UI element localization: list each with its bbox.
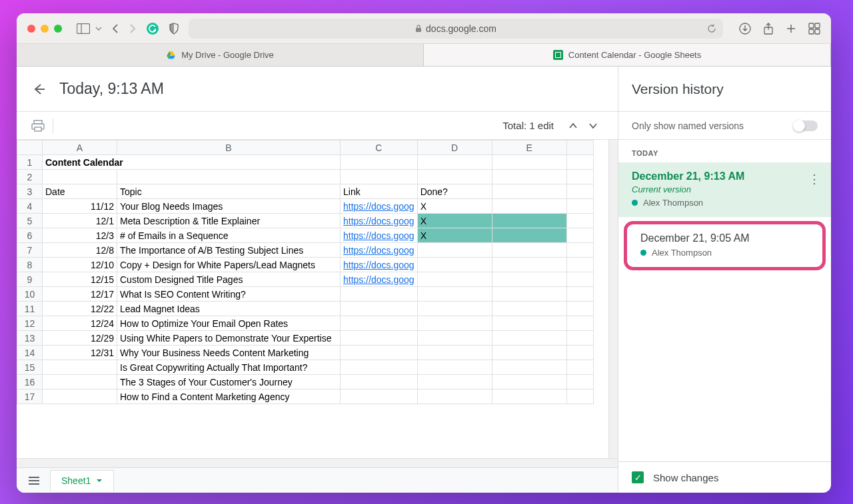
cell[interactable] xyxy=(566,287,593,302)
row-header[interactable]: 12 xyxy=(17,316,43,331)
row-header[interactable]: 14 xyxy=(17,346,43,360)
cell-link[interactable]: https://docs.goog xyxy=(341,214,418,228)
row-header[interactable]: 13 xyxy=(17,331,43,346)
browser-tab-drive[interactable]: My Drive - Google Drive xyxy=(17,44,424,66)
spreadsheet-grid[interactable]: A B C D E 1 Content Calendar xyxy=(17,140,608,458)
row-header[interactable]: 9 xyxy=(17,272,43,287)
browser-tab-sheets[interactable]: Content Calendar - Google Sheets xyxy=(424,44,831,66)
tab-overview-icon[interactable] xyxy=(808,23,820,35)
horizontal-scrollbar[interactable] xyxy=(17,458,618,467)
col-header[interactable] xyxy=(566,140,593,155)
cell-date[interactable]: 11/12 xyxy=(43,199,117,214)
row-header[interactable]: 15 xyxy=(17,360,43,375)
row-header[interactable]: 5 xyxy=(17,214,43,228)
vertical-scrollbar[interactable] xyxy=(608,140,618,458)
cell-date[interactable]: 12/22 xyxy=(43,302,117,316)
cell[interactable] xyxy=(566,243,593,258)
cell[interactable] xyxy=(492,389,566,404)
cell-done[interactable] xyxy=(417,302,492,316)
sheet-tab[interactable]: Sheet1 xyxy=(50,470,114,491)
cell-done[interactable]: X xyxy=(417,214,492,228)
print-icon[interactable] xyxy=(31,120,45,132)
close-window-button[interactable] xyxy=(27,25,35,33)
cell[interactable] xyxy=(566,346,593,360)
cell-topic[interactable]: Why Your Business Needs Content Marketin… xyxy=(117,346,341,360)
header-done[interactable]: Done? xyxy=(417,184,492,199)
row-header[interactable]: 4 xyxy=(17,199,43,214)
grammarly-icon[interactable] xyxy=(146,22,159,35)
cell[interactable] xyxy=(566,331,593,346)
prev-edit-button[interactable] xyxy=(563,119,583,132)
address-bar[interactable]: docs.google.com xyxy=(189,19,723,39)
cell-link[interactable]: https://docs.goog xyxy=(341,272,418,287)
row-header[interactable]: 6 xyxy=(17,228,43,243)
cell-topic[interactable]: Copy + Design for White Papers/Lead Magn… xyxy=(117,258,341,272)
cell[interactable] xyxy=(566,228,593,243)
cell-done[interactable] xyxy=(417,346,492,360)
minimize-window-button[interactable] xyxy=(41,25,49,33)
nav-back-button[interactable] xyxy=(111,23,119,34)
sidebar-toggle-icon[interactable] xyxy=(77,23,90,34)
cell[interactable] xyxy=(492,331,566,346)
row-header[interactable]: 8 xyxy=(17,258,43,272)
cell-topic[interactable]: Custom Designed Title Pages xyxy=(117,272,341,287)
cell[interactable] xyxy=(566,360,593,375)
cell[interactable] xyxy=(566,258,593,272)
cell-done[interactable] xyxy=(417,316,492,331)
row-header[interactable]: 1 xyxy=(17,155,43,170)
next-edit-button[interactable] xyxy=(583,119,603,132)
cell-date[interactable]: 12/15 xyxy=(43,272,117,287)
shield-icon[interactable] xyxy=(169,23,179,35)
cell[interactable] xyxy=(492,375,566,389)
cell-link[interactable] xyxy=(341,316,418,331)
cell-date[interactable]: 12/29 xyxy=(43,331,117,346)
cell-link[interactable] xyxy=(341,302,418,316)
cell[interactable] xyxy=(492,199,566,214)
cell-done[interactable] xyxy=(417,258,492,272)
version-item[interactable]: December 21, 9:05 AM Alex Thompson xyxy=(627,224,822,267)
cell[interactable] xyxy=(492,316,566,331)
sheet-title-cell[interactable]: Content Calendar xyxy=(43,155,341,170)
row-header[interactable]: 7 xyxy=(17,243,43,258)
cell-done[interactable]: X xyxy=(417,199,492,214)
chevron-down-icon[interactable] xyxy=(95,26,102,31)
cell[interactable] xyxy=(492,243,566,258)
col-header[interactable]: C xyxy=(341,140,418,155)
row-header[interactable]: 3 xyxy=(17,184,43,199)
cell[interactable] xyxy=(492,258,566,272)
cell-link[interactable]: https://docs.goog xyxy=(341,258,418,272)
row-header[interactable]: 17 xyxy=(17,389,43,404)
cell-date[interactable]: 12/24 xyxy=(43,316,117,331)
cell-done[interactable] xyxy=(417,389,492,404)
reload-icon[interactable] xyxy=(707,24,716,33)
cell-link[interactable]: https://docs.goog xyxy=(341,228,418,243)
row-header[interactable]: 16 xyxy=(17,375,43,389)
cell[interactable] xyxy=(566,302,593,316)
cell-link[interactable] xyxy=(341,346,418,360)
cell-done[interactable]: X xyxy=(417,228,492,243)
cell-topic[interactable]: Using White Papers to Demonstrate Your E… xyxy=(117,331,341,346)
cell-date[interactable]: 12/8 xyxy=(43,243,117,258)
cell-topic[interactable]: # of Emails in a Sequence xyxy=(117,228,341,243)
version-item-current[interactable]: December 21, 9:13 AM Current version Ale… xyxy=(618,162,831,217)
cell[interactable] xyxy=(492,272,566,287)
cell-topic[interactable]: How to Optimize Your Email Open Rates xyxy=(117,316,341,331)
cell-done[interactable] xyxy=(417,375,492,389)
cell-done[interactable] xyxy=(417,360,492,375)
cell-topic[interactable]: Meta Description & Title Explainer xyxy=(117,214,341,228)
downloads-icon[interactable] xyxy=(739,23,751,35)
col-header[interactable]: B xyxy=(117,140,341,155)
cell[interactable] xyxy=(566,375,593,389)
cell-done[interactable] xyxy=(417,287,492,302)
cell-link[interactable]: https://docs.goog xyxy=(341,243,418,258)
row-header[interactable]: 2 xyxy=(17,170,43,184)
cell[interactable] xyxy=(492,287,566,302)
cell-topic[interactable]: Lead Magnet Ideas xyxy=(117,302,341,316)
cell[interactable] xyxy=(492,214,566,228)
only-named-toggle[interactable] xyxy=(794,121,818,131)
col-header[interactable]: E xyxy=(492,140,566,155)
cell-link[interactable] xyxy=(341,331,418,346)
all-sheets-icon[interactable] xyxy=(29,476,39,485)
row-header[interactable]: 11 xyxy=(17,302,43,316)
select-all-corner[interactable] xyxy=(17,140,43,155)
